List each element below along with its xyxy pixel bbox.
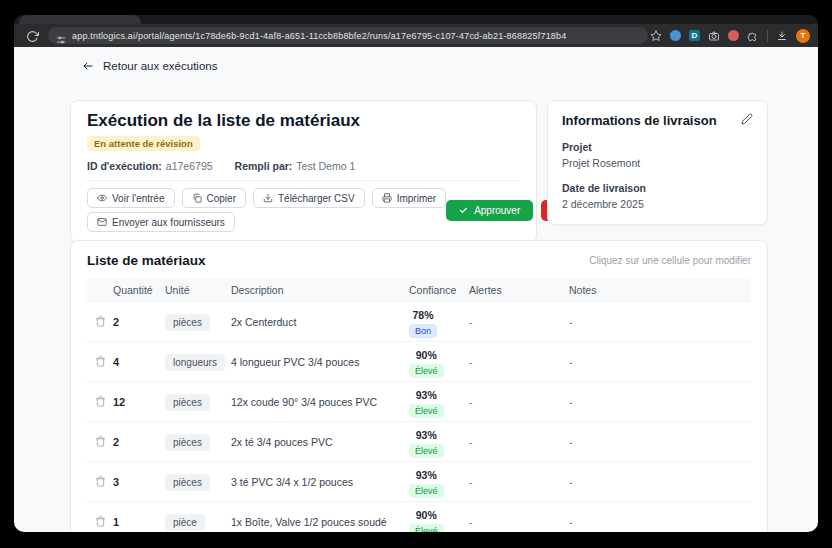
back-to-runs-link[interactable]: Retour aux exécutions: [82, 60, 217, 72]
run-id-field: ID d'exécution:a17e6795: [87, 160, 213, 172]
table-header-row: QuantitéUnitéDescriptionConfianceAlertes…: [87, 278, 751, 302]
extension-d-icon[interactable]: D: [689, 30, 700, 41]
alerts-cell[interactable]: -: [469, 356, 569, 368]
table-row: 1 pièce 1x Boîte, Valve 1/2 pouces soudé…: [87, 502, 751, 532]
download-icon: [263, 193, 273, 203]
bookmark-star-icon[interactable]: [650, 30, 662, 42]
browser-active-tab[interactable]: [19, 15, 141, 24]
column-header: Alertes: [469, 284, 569, 296]
table-row: 12 pièces 12x coude 90° 3/4 pouces PVC 9…: [87, 382, 751, 422]
arrow-left-icon: [82, 60, 94, 72]
confidence-percent: 90%: [416, 509, 437, 521]
quantity-cell[interactable]: 2: [113, 436, 165, 448]
description-cell[interactable]: 3 té PVC 3/4 x 1/2 pouces: [231, 476, 409, 488]
description-cell[interactable]: 4 longueur PVC 3/4 pouces: [231, 356, 409, 368]
edit-cell-hint: Cliquez sur une cellule pour modifier: [589, 255, 751, 266]
delete-row-button[interactable]: [93, 475, 107, 489]
quantity-cell[interactable]: 2: [113, 316, 165, 328]
delete-row-button[interactable]: [93, 515, 107, 529]
view-input-button[interactable]: Voir l'entrée: [87, 188, 175, 208]
notes-cell[interactable]: -: [569, 396, 751, 408]
column-header: Notes: [569, 284, 751, 296]
delete-row-button[interactable]: [93, 395, 107, 409]
alerts-cell[interactable]: -: [469, 316, 569, 328]
unit-cell[interactable]: pièces: [165, 434, 210, 451]
run-id-label: ID d'exécution:: [87, 160, 162, 172]
extensions-puzzle-icon[interactable]: [747, 30, 759, 42]
browser-window: app.tntlogics.ai/portal/agents/1c78de6b-…: [14, 15, 818, 532]
address-bar[interactable]: app.tntlogics.ai/portal/agents/1c78de6b-…: [48, 27, 648, 44]
filled-by-value: Test Demo 1: [296, 160, 355, 172]
mail-icon: [97, 217, 107, 227]
url-text: app.tntlogics.ai/portal/agents/1c78de6b-…: [72, 31, 567, 41]
confidence-percent: 93%: [416, 469, 437, 481]
unit-cell[interactable]: pièces: [165, 474, 210, 491]
confidence-percent: 93%: [416, 389, 437, 401]
notes-cell[interactable]: -: [569, 476, 751, 488]
unit-cell[interactable]: pièces: [165, 394, 210, 411]
edit-delivery-button[interactable]: [740, 113, 753, 126]
header-divider: [87, 180, 520, 181]
description-cell[interactable]: 12x coude 90° 3/4 pouces PVC: [231, 396, 409, 408]
quantity-cell[interactable]: 1: [113, 516, 165, 528]
copy-icon: [192, 193, 202, 203]
filled-by-field: Rempli par:Test Demo 1: [235, 160, 356, 172]
alerts-cell[interactable]: -: [469, 476, 569, 488]
send-to-suppliers-button[interactable]: Envoyer aux fournisseurs: [87, 212, 235, 232]
description-cell[interactable]: 2x Centerduct: [231, 316, 409, 328]
table-row: 2 pièces 2x Centerduct 78% Bon - -: [87, 302, 751, 342]
confidence-cell: 78% Bon: [409, 305, 469, 338]
table-row: 4 longueurs 4 longueur PVC 3/4 pouces 90…: [87, 342, 751, 382]
alerts-cell[interactable]: -: [469, 516, 569, 528]
delivery-date-value: 2 décembre 2025: [562, 198, 753, 210]
unit-cell[interactable]: pièce: [165, 514, 205, 531]
download-csv-button[interactable]: Télécharger CSV: [253, 188, 365, 208]
confidence-cell: 90% Élevé: [409, 505, 469, 532]
delivery-date-label: Date de livraison: [562, 182, 753, 194]
alerts-cell[interactable]: -: [469, 436, 569, 448]
column-header: Description: [231, 284, 409, 296]
notes-cell[interactable]: -: [569, 316, 751, 328]
page-title: Exécution de la liste de matériaux: [87, 111, 520, 131]
camera-extension-icon[interactable]: [708, 30, 720, 42]
extension-red-icon[interactable]: [728, 30, 739, 41]
confidence-cell: 93% Élevé: [409, 465, 469, 498]
confidence-cell: 93% Élevé: [409, 385, 469, 418]
project-value: Projet Rosemont: [562, 157, 753, 169]
delete-row-button[interactable]: [93, 355, 107, 369]
confidence-cell: 90% Élevé: [409, 345, 469, 378]
downloads-icon[interactable]: [776, 30, 788, 42]
quantity-cell[interactable]: 3: [113, 476, 165, 488]
browser-toolbar: app.tntlogics.ai/portal/agents/1c78de6b-…: [14, 24, 818, 47]
print-button[interactable]: Imprimer: [372, 188, 446, 208]
materials-title: Liste de matériaux: [87, 253, 206, 268]
toolbar-divider: [767, 30, 768, 42]
alerts-cell[interactable]: -: [469, 396, 569, 408]
unit-cell[interactable]: longueurs: [165, 354, 225, 371]
extension-blue-icon[interactable]: [670, 30, 681, 41]
profile-avatar[interactable]: T: [796, 29, 810, 43]
notes-cell[interactable]: -: [569, 436, 751, 448]
copy-button[interactable]: Copier: [182, 188, 246, 208]
description-cell[interactable]: 1x Boîte, Valve 1/2 pouces soudé: [231, 516, 409, 528]
delete-row-button[interactable]: [93, 435, 107, 449]
description-cell[interactable]: 2x té 3/4 pouces PVC: [231, 436, 409, 448]
eye-icon: [97, 193, 107, 203]
filled-by-label: Rempli par:: [235, 160, 293, 172]
confidence-badge: Bon: [409, 324, 437, 338]
delete-row-button[interactable]: [93, 315, 107, 329]
quantity-cell[interactable]: 4: [113, 356, 165, 368]
approve-button[interactable]: Approuver: [446, 200, 533, 221]
back-link-label: Retour aux exécutions: [103, 60, 217, 72]
quantity-cell[interactable]: 12: [113, 396, 165, 408]
reload-icon[interactable]: [26, 29, 39, 42]
unit-cell[interactable]: pièces: [165, 314, 210, 331]
delivery-info-card: Informations de livraison Projet Projet …: [547, 100, 768, 225]
confidence-badge: Élevé: [409, 404, 444, 418]
run-id-value: a17e6795: [166, 160, 213, 172]
notes-cell[interactable]: -: [569, 516, 751, 528]
notes-cell[interactable]: -: [569, 356, 751, 368]
trash-icon: [95, 516, 106, 527]
delivery-card-title: Informations de livraison: [562, 113, 717, 128]
site-settings-icon[interactable]: [56, 31, 66, 41]
